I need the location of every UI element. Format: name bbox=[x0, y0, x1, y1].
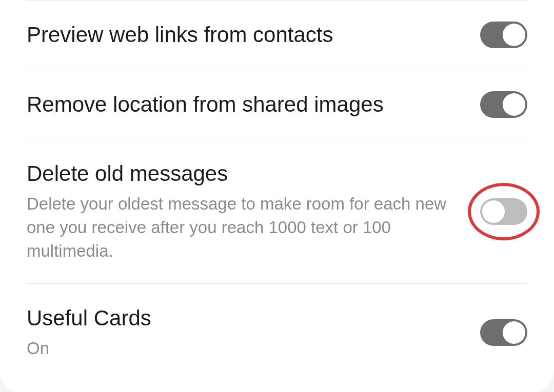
useful-cards-toggle[interactable] bbox=[480, 319, 527, 346]
delete-old-messages-toggle[interactable] bbox=[480, 198, 527, 225]
setting-text: Preview web links from contacts bbox=[27, 21, 480, 49]
remove-location-toggle[interactable] bbox=[480, 91, 527, 118]
setting-text: Useful Cards On bbox=[27, 304, 480, 360]
setting-title: Remove location from shared images bbox=[27, 91, 465, 119]
toggle-knob bbox=[503, 93, 525, 116]
setting-row-useful-cards[interactable]: Useful Cards On bbox=[27, 284, 527, 381]
preview-links-toggle[interactable] bbox=[480, 22, 527, 48]
setting-title: Delete old messages bbox=[27, 160, 465, 188]
toggle-wrap bbox=[480, 22, 527, 48]
setting-row-preview-links[interactable]: Preview web links from contacts bbox=[27, 0, 527, 70]
setting-title: Preview web links from contacts bbox=[27, 21, 465, 49]
setting-row-remove-location[interactable]: Remove location from shared images bbox=[27, 70, 527, 140]
toggle-wrap-highlighted bbox=[480, 198, 527, 225]
setting-title: Useful Cards bbox=[27, 304, 465, 333]
setting-text: Remove location from shared images bbox=[27, 91, 480, 119]
settings-list: Preview web links from contacts Remove l… bbox=[0, 0, 554, 381]
setting-subtitle: Delete your oldest message to make room … bbox=[27, 192, 465, 263]
setting-text: Delete old messages Delete your oldest m… bbox=[27, 160, 480, 263]
toggle-knob bbox=[482, 200, 505, 223]
toggle-wrap bbox=[480, 91, 527, 118]
toggle-knob bbox=[503, 24, 525, 46]
setting-subtitle: On bbox=[27, 337, 465, 360]
setting-row-delete-old-messages[interactable]: Delete old messages Delete your oldest m… bbox=[27, 139, 527, 284]
settings-panel: Preview web links from contacts Remove l… bbox=[0, 0, 554, 392]
toggle-knob bbox=[503, 321, 525, 344]
toggle-wrap bbox=[480, 319, 527, 346]
